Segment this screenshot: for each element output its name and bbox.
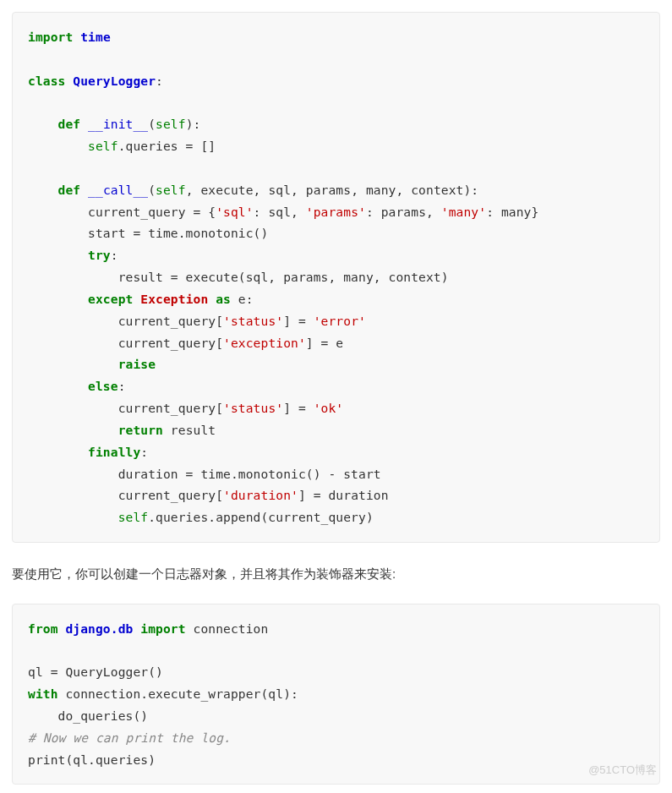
code-text: connection.execute_wrapper(ql): — [58, 686, 298, 701]
code-text: duration = time.monotonic() - start — [118, 467, 381, 481]
kw-with: with — [28, 686, 58, 701]
code-text: current_query[ — [118, 336, 223, 350]
string: 'exception' — [223, 336, 306, 350]
code-text: ] = — [283, 401, 314, 415]
code-text: current_query = { — [88, 205, 216, 219]
kw-def: def — [58, 183, 81, 197]
code-text: , execute, sql, params, many, context): — [186, 183, 479, 197]
kw-def: def — [58, 117, 81, 131]
kw-import: import — [28, 30, 73, 44]
code-text: do_queries() — [58, 708, 149, 723]
string: 'many' — [441, 205, 486, 219]
code-text: current_query[ — [118, 488, 223, 502]
code-text: .queries = [] — [118, 139, 216, 153]
code-text: : sql, — [254, 205, 306, 219]
string: 'status' — [223, 314, 283, 328]
string: 'ok' — [314, 401, 344, 415]
code-text: connection — [186, 621, 269, 636]
string: 'params' — [306, 205, 366, 219]
method-init: __init__ — [88, 117, 148, 131]
code-text: : params, — [366, 205, 441, 219]
class-name: QueryLogger — [73, 74, 156, 88]
kw-else: else — [88, 379, 118, 393]
kw-as: as — [216, 292, 231, 306]
code-text: current_query[ — [118, 401, 223, 415]
code-text: : many} — [486, 205, 538, 219]
code-text: ] = e — [306, 336, 343, 350]
module-django-db: django.db — [65, 621, 133, 636]
kw-try: try — [88, 248, 111, 262]
kw-raise: raise — [118, 357, 156, 371]
code-text: .queries.append(current_query) — [148, 510, 374, 524]
code-text: start = time.monotonic() — [88, 226, 268, 240]
code-text: print(ql.queries) — [28, 752, 156, 767]
kw-from: from — [28, 621, 58, 636]
module-time: time — [80, 30, 111, 44]
comment: # Now we can print the log. — [28, 730, 231, 745]
kw-except: except — [88, 292, 133, 306]
code-text: ql = QueryLogger() — [28, 664, 163, 679]
string: 'error' — [314, 314, 366, 328]
self: self — [156, 117, 186, 131]
string: 'status' — [223, 401, 283, 415]
code-text: ] = duration — [298, 488, 389, 502]
kw-class: class — [28, 74, 65, 88]
string: 'sql' — [216, 205, 253, 219]
method-call: __call__ — [88, 183, 148, 197]
kw-import: import — [140, 621, 185, 636]
kw-finally: finally — [88, 445, 140, 459]
code-block-1: import time class QueryLogger: def __ini… — [12, 12, 660, 543]
kw-return: return — [118, 423, 163, 437]
self: self — [156, 183, 186, 197]
code-text: result = execute(sql, params, many, cont… — [118, 270, 449, 284]
code-text: result — [163, 423, 216, 437]
exception-class: Exception — [140, 292, 208, 306]
string: 'duration' — [223, 488, 298, 502]
code-block-2: from django.db import connection ql = Qu… — [12, 604, 660, 785]
code-text: current_query[ — [118, 314, 223, 328]
prose-paragraph: 要使用它，你可以创建一个日志器对象，并且将其作为装饰器来安装: — [12, 563, 660, 585]
self: self — [88, 139, 118, 153]
code-text: ] = — [283, 314, 314, 328]
code-text: e: — [231, 292, 254, 306]
self: self — [118, 510, 149, 524]
